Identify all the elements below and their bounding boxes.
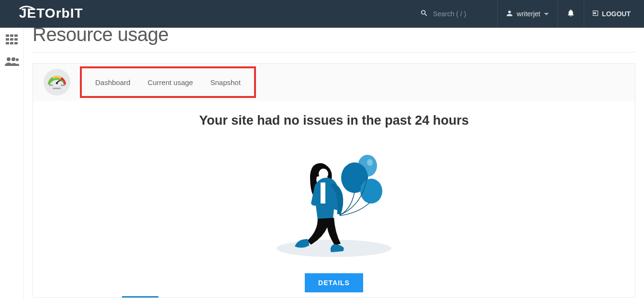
svg-rect-4 (6, 38, 9, 41)
panel-header: MIN MAX Dashboard Current usage Snapshot (33, 64, 635, 101)
svg-point-12 (16, 58, 19, 61)
user-icon (506, 10, 513, 18)
logout-label: LOGOUT (602, 10, 631, 18)
status-heading: Your site had no issues in the past 24 h… (43, 113, 625, 128)
tabs-highlight-box: Dashboard Current usage Snapshot (80, 66, 256, 98)
svg-text:MAX: MAX (61, 84, 65, 86)
svg-rect-18 (53, 88, 54, 89)
svg-rect-2 (10, 34, 13, 37)
svg-point-27 (367, 159, 373, 166)
panel-body: Your site had no issues in the past 24 h… (33, 101, 635, 297)
svg-rect-22 (59, 88, 60, 89)
svg-point-28 (319, 169, 328, 179)
tab-dashboard[interactable]: Dashboard (87, 68, 139, 96)
svg-rect-20 (56, 88, 57, 89)
tab-current-usage[interactable]: Current usage (139, 68, 201, 96)
details-button[interactable]: DETAILS (305, 273, 363, 292)
search-input[interactable] (433, 10, 486, 18)
tab-label: Current usage (147, 78, 193, 86)
tab-label: Snapshot (210, 78, 240, 86)
divider (33, 52, 635, 53)
svg-point-10 (7, 57, 11, 61)
search-icon (420, 9, 428, 19)
svg-rect-3 (14, 34, 18, 37)
left-rail (0, 28, 24, 300)
page-title: Resource usage (33, 24, 635, 45)
svg-point-11 (11, 57, 15, 61)
rail-apps-icon[interactable] (3, 32, 21, 47)
gauge-icon: MIN MAX (44, 69, 70, 96)
svg-rect-1 (6, 34, 9, 37)
svg-rect-9 (14, 42, 18, 44)
svg-rect-29 (321, 182, 325, 204)
tab-label: Dashboard (95, 78, 130, 86)
svg-point-14 (56, 82, 58, 84)
bell-icon (566, 9, 575, 19)
svg-text:JETOrbIT: JETOrbIT (19, 6, 83, 21)
logout-icon (592, 10, 599, 18)
svg-rect-21 (57, 88, 58, 89)
brand-logo[interactable]: JETOrbIT (19, 6, 115, 22)
svg-rect-7 (6, 42, 9, 44)
svg-rect-19 (55, 88, 56, 89)
username-label: writerjet (517, 10, 540, 18)
main: Resource usage MIN MAX (24, 28, 644, 300)
svg-rect-5 (10, 38, 13, 41)
rail-users-icon[interactable] (3, 54, 21, 69)
active-tab-underline (122, 296, 158, 298)
resource-panel: MIN MAX Dashboard Current usage Snapshot (33, 63, 635, 298)
svg-rect-8 (10, 42, 13, 44)
svg-text:MIN: MIN (49, 84, 53, 86)
details-button-label: DETAILS (318, 279, 350, 287)
search[interactable] (420, 9, 497, 19)
svg-rect-6 (14, 38, 18, 41)
svg-point-30 (336, 214, 340, 218)
illustration (267, 144, 401, 264)
chevron-down-icon (544, 13, 549, 15)
tab-snapshot[interactable]: Snapshot (201, 68, 249, 96)
